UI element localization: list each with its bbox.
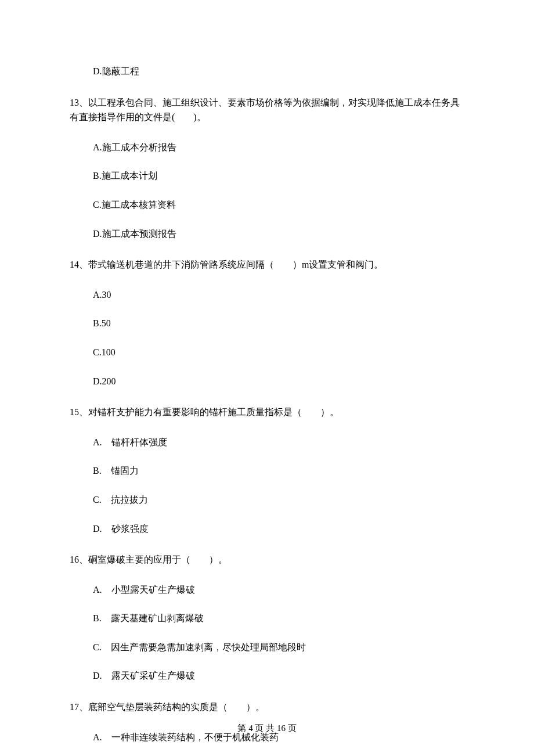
option-d: D.施工成本预测报告 [93, 226, 464, 242]
page-number: 第 4 页 共 16 页 [237, 723, 296, 733]
option-a: A. 锚杆杆体强度 [93, 435, 464, 450]
option-b: B.施工成本计划 [93, 168, 464, 183]
option-c: C.施工成本核算资料 [93, 197, 464, 213]
option-c: C.100 [93, 345, 464, 360]
option-a: A. 小型露天矿生产爆破 [93, 582, 464, 597]
option-c: C. 因生产需要急需加速剥离，尽快处理局部地段时 [93, 640, 464, 655]
option-c: C. 抗拉拔力 [93, 492, 464, 507]
option-a: A.30 [93, 287, 464, 303]
option-d: D.200 [93, 374, 464, 389]
option-b: B.50 [93, 316, 464, 331]
question-14-options: A.30 B.50 C.100 D.200 [70, 287, 464, 388]
question-14-stem: 14、带式输送机巷道的井下消防管路系统应间隔（ ）m设置支管和阀门。 [70, 257, 464, 272]
option-a: A.施工成本分析报告 [93, 140, 464, 155]
option-d: D.隐蔽工程 [93, 64, 464, 79]
question-15-options: A. 锚杆杆体强度 B. 锚固力 C. 抗拉拔力 D. 砂浆强度 [70, 435, 464, 536]
option-d: D. 砂浆强度 [93, 521, 464, 537]
page-footer: 第 4 页 共 16 页 [0, 721, 534, 735]
orphan-option-block: D.隐蔽工程 [70, 64, 464, 79]
question-13-stem: 13、以工程承包合同、施工组织设计、要素市场价格等为依据编制，对实现降低施工成本… [70, 95, 464, 125]
option-b: B. 锚固力 [93, 463, 464, 478]
question-16-stem: 16、硐室爆破主要的应用于（ ）。 [70, 552, 464, 567]
question-17-stem: 17、底部空气垫层装药结构的实质是（ ）。 [70, 700, 464, 715]
question-15-stem: 15、对锚杆支护能力有重要影响的锚杆施工质量指标是（ ）。 [70, 405, 464, 420]
option-d: D. 露天矿采矿生产爆破 [93, 668, 464, 683]
question-13-options: A.施工成本分析报告 B.施工成本计划 C.施工成本核算资料 D.施工成本预测报… [70, 140, 464, 241]
question-16-options: A. 小型露天矿生产爆破 B. 露天基建矿山剥离爆破 C. 因生产需要急需加速剥… [70, 582, 464, 683]
page-content: D.隐蔽工程 13、以工程承包合同、施工组织设计、要素市场价格等为依据编制，对实… [0, 0, 534, 756]
option-b: B. 露天基建矿山剥离爆破 [93, 611, 464, 626]
